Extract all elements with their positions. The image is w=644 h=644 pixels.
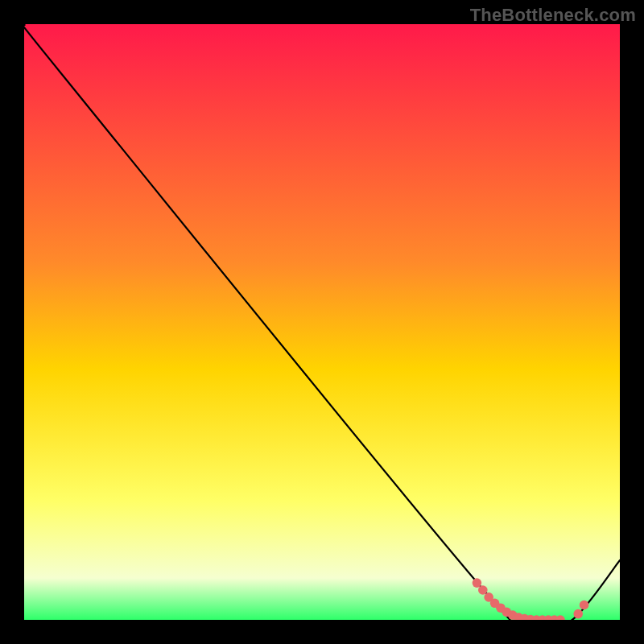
- chart-frame: TheBottleneck.com: [0, 0, 644, 644]
- marker-dot: [573, 609, 583, 619]
- chart-plot: [24, 24, 620, 620]
- marker-dot: [478, 585, 488, 595]
- marker-dot: [580, 601, 589, 610]
- chart-svg: [24, 24, 620, 620]
- watermark-text: TheBottleneck.com: [470, 5, 636, 26]
- marker-dot: [473, 578, 482, 588]
- gradient-background: [24, 24, 620, 620]
